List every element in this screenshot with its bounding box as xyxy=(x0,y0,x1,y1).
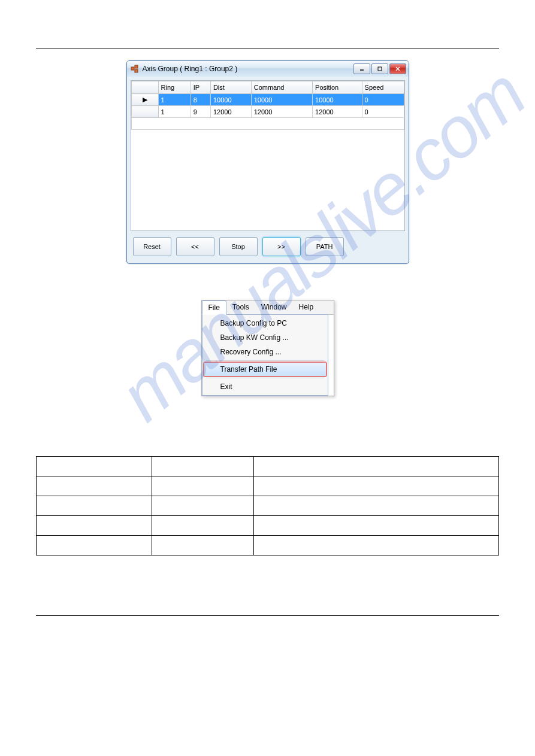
cell-speed[interactable]: 0 xyxy=(362,106,404,118)
cell-ip[interactable]: 9 xyxy=(191,106,210,118)
grid-empty-area xyxy=(131,118,404,130)
cell-position[interactable]: 10000 xyxy=(313,94,362,106)
file-dropdown: Backup Config to PC Backup KW Config ...… xyxy=(202,314,328,396)
close-button[interactable] xyxy=(389,63,406,74)
menu-backup-kw-config[interactable]: Backup KW Config ... xyxy=(204,330,327,345)
menu-window[interactable]: Window xyxy=(255,300,293,314)
svg-rect-2 xyxy=(135,69,138,72)
window-title: Axis Group ( Ring1 : Group2 ) xyxy=(143,65,353,73)
svg-rect-0 xyxy=(131,67,134,70)
menu-exit[interactable]: Exit xyxy=(204,379,327,394)
cell-command[interactable]: 10000 xyxy=(251,94,312,106)
menu-separator xyxy=(206,378,324,378)
cell-speed[interactable]: 0 xyxy=(362,94,404,106)
table-row[interactable]: 1 9 12000 12000 12000 0 xyxy=(131,106,404,118)
empty-table xyxy=(36,456,499,555)
menubar[interactable]: File Tools Window Help xyxy=(202,300,334,315)
cell-command[interactable]: 12000 xyxy=(251,106,312,118)
grid-header-ring[interactable]: Ring xyxy=(158,81,191,94)
menu-tools[interactable]: Tools xyxy=(226,300,255,314)
svg-rect-4 xyxy=(378,67,382,71)
grid-header-ip[interactable]: IP xyxy=(191,81,210,94)
titlebar[interactable]: Axis Group ( Ring1 : Group2 ) xyxy=(127,61,409,77)
cell-ring[interactable]: 1 xyxy=(158,94,191,106)
cell-dist[interactable]: 10000 xyxy=(210,94,251,106)
menu-transfer-path-file[interactable]: Transfer Path File xyxy=(204,362,327,377)
grid-header-dist[interactable]: Dist xyxy=(210,81,251,94)
reset-button[interactable]: Reset xyxy=(133,237,171,256)
menu-recovery-config[interactable]: Recovery Config ... xyxy=(204,345,327,359)
stop-button[interactable]: Stop xyxy=(219,237,258,256)
svg-rect-1 xyxy=(135,65,138,68)
file-menu-screenshot: File Tools Window Help Backup Config to … xyxy=(201,300,334,396)
grid-header-speed[interactable]: Speed xyxy=(362,81,404,94)
axis-group-window: Axis Group ( Ring1 : Group2 ) Ring IP Di… xyxy=(126,60,409,264)
cell-ip[interactable]: 8 xyxy=(191,94,210,106)
data-grid[interactable]: Ring IP Dist Command Position Speed ▶ 1 … xyxy=(131,80,405,231)
path-button[interactable]: PATH xyxy=(306,237,344,256)
cell-dist[interactable]: 12000 xyxy=(210,106,251,118)
grid-header-position[interactable]: Position xyxy=(313,81,362,94)
minimize-button[interactable] xyxy=(353,63,370,74)
table-row[interactable]: ▶ 1 8 10000 10000 10000 0 xyxy=(131,94,404,106)
back-button[interactable]: << xyxy=(176,237,214,256)
menu-backup-config-pc[interactable]: Backup Config to PC xyxy=(204,316,327,330)
forward-button[interactable]: >> xyxy=(262,237,301,256)
cell-position[interactable]: 12000 xyxy=(313,106,362,118)
bottom-rule xyxy=(36,615,499,616)
grid-header-command[interactable]: Command xyxy=(251,81,312,94)
maximize-button[interactable] xyxy=(371,63,388,74)
top-rule xyxy=(36,48,499,48)
menu-file[interactable]: File xyxy=(202,300,226,315)
window-icon xyxy=(131,65,139,73)
grid-header-row: Ring IP Dist Command Position Speed xyxy=(131,81,404,94)
menu-help[interactable]: Help xyxy=(293,300,320,314)
row-marker[interactable] xyxy=(131,106,158,118)
grid-header-blank[interactable] xyxy=(131,81,158,94)
cell-ring[interactable]: 1 xyxy=(158,106,191,118)
menu-separator xyxy=(206,360,324,361)
row-marker[interactable]: ▶ xyxy=(131,94,158,106)
